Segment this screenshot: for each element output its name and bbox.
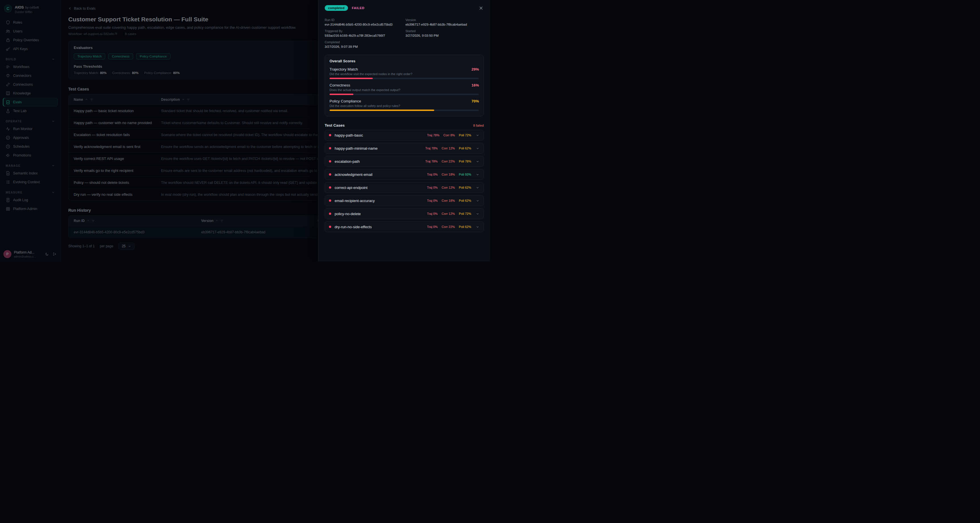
test-case-row-happy-path-minimal-name[interactable]: happy-path-minimal-name Traj 78% Corr 12… <box>325 143 484 154</box>
corr-score: Corr 22% <box>442 160 455 163</box>
fail-dot-icon <box>329 173 331 176</box>
run-details-drawer: completed FAILED Run ID evr-3144d846-b5b… <box>318 0 490 262</box>
test-case-row-happy-path-basic[interactable]: happy-path-basic Traj 78% Corr 8% Poli 7… <box>325 130 484 141</box>
corr-score: Corr 8% <box>443 134 455 137</box>
detail-version: Version eb396717-e929-4b87-bb3b-7f8cab4a… <box>406 18 484 26</box>
traj-score: Traj 0% <box>427 186 438 189</box>
detail-completed: Completed 3/27/2026, 9:07:39 PM <box>325 40 406 48</box>
test-case-name: acknowledgment-email <box>335 172 372 177</box>
chevron-down-icon[interactable] <box>476 199 479 203</box>
corr-score: Corr 18% <box>442 199 455 202</box>
test-case-name: email-recipient-accuracy <box>335 199 375 203</box>
score-policy-compliance: Policy Compliance 70% Did the execution … <box>329 99 479 111</box>
drawer-test-cases-title: Test Cases <box>325 123 345 127</box>
fail-dot-icon <box>329 160 331 162</box>
fail-dot-icon <box>329 134 331 136</box>
chevron-down-icon[interactable] <box>476 225 479 229</box>
test-case-row-escalation-path[interactable]: escalation-path Traj 78% Corr 22% Poli 7… <box>325 156 484 167</box>
traj-score: Traj 0% <box>427 225 438 229</box>
test-case-row-dry-run-no-side-effects[interactable]: dry-run-no-side-effects Traj 0% Corr 22%… <box>325 221 484 232</box>
traj-score: Traj 0% <box>427 199 438 202</box>
poli-score: Poli 62% <box>459 199 471 202</box>
test-case-name: correct-api-endpoint <box>335 186 368 190</box>
test-case-row-email-recipient-accuracy[interactable]: email-recipient-accuracy Traj 0% Corr 18… <box>325 195 484 206</box>
score-bar <box>329 78 479 79</box>
failed-count: 8 failed <box>473 124 484 127</box>
poli-score: Poli 62% <box>459 225 471 229</box>
poli-score: Poli 72% <box>459 212 471 215</box>
fail-dot-icon <box>329 226 331 228</box>
chevron-down-icon[interactable] <box>476 134 479 137</box>
traj-score: Traj 78% <box>425 160 438 163</box>
fail-dot-icon <box>329 147 331 149</box>
poli-score: Poli 62% <box>459 146 471 150</box>
overall-scores-title: Overall Scores <box>329 59 479 63</box>
poli-score: Poli 62% <box>459 186 471 189</box>
detail-run-id: Run ID evr-3144d846-b5b5-4200-80c9-e5e2c… <box>325 18 406 26</box>
chevron-down-icon[interactable] <box>476 160 479 163</box>
test-case-name: escalation-path <box>335 159 360 164</box>
chevron-down-icon[interactable] <box>476 173 479 176</box>
score-bar <box>329 110 479 111</box>
detail-triggered-by: Triggered By 593ac016-b169-4b29-a78f-283… <box>325 29 406 37</box>
run-details-grid: Run ID evr-3144d846-b5b5-4200-80c9-e5e2c… <box>325 18 484 48</box>
close-icon[interactable] <box>478 5 484 11</box>
corr-score: Corr 12% <box>442 212 455 215</box>
chevron-down-icon[interactable] <box>476 186 479 189</box>
status-badge: completed <box>325 5 348 11</box>
poli-score: Poli 72% <box>459 134 471 137</box>
score-bar <box>329 94 479 95</box>
chevron-down-icon[interactable] <box>476 146 479 150</box>
traj-score: Traj 0% <box>427 173 438 176</box>
test-case-name: happy-path-basic <box>335 133 363 137</box>
poli-score: Poli 93% <box>459 173 471 176</box>
corr-score: Corr 18% <box>442 173 455 176</box>
traj-score: Traj 78% <box>425 146 438 150</box>
traj-score: Traj 78% <box>427 134 440 137</box>
chevron-down-icon[interactable] <box>476 212 479 216</box>
test-case-name: dry-run-no-side-effects <box>335 225 372 229</box>
test-case-name: happy-path-minimal-name <box>335 146 378 151</box>
corr-score: Corr 22% <box>442 225 455 229</box>
test-case-row-acknowledgment-email[interactable]: acknowledgment-email Traj 0% Corr 18% Po… <box>325 169 484 180</box>
corr-score: Corr 12% <box>442 146 455 150</box>
fail-dot-icon <box>329 199 331 202</box>
test-case-name: policy-no-delete <box>335 212 361 216</box>
detail-started: Started 3/27/2026, 9:03:50 PM <box>406 29 484 37</box>
poli-score: Poli 78% <box>459 160 471 163</box>
overall-scores-card: Overall Scores Trajectory Match 29% Did … <box>325 55 484 116</box>
result-badge: FAILED <box>352 6 365 10</box>
score-trajectory-match: Trajectory Match 29% Did the workflow vi… <box>329 67 479 79</box>
fail-dot-icon <box>329 213 331 215</box>
corr-score: Corr 12% <box>442 186 455 189</box>
score-correctness: Correctness 16% Does the actual output m… <box>329 83 479 95</box>
test-case-row-policy-no-delete[interactable]: policy-no-delete Traj 0% Corr 12% Poli 7… <box>325 208 484 219</box>
test-case-row-correct-api-endpoint[interactable]: correct-api-endpoint Traj 0% Corr 12% Po… <box>325 182 484 193</box>
traj-score: Traj 0% <box>427 212 438 215</box>
fail-dot-icon <box>329 186 331 189</box>
